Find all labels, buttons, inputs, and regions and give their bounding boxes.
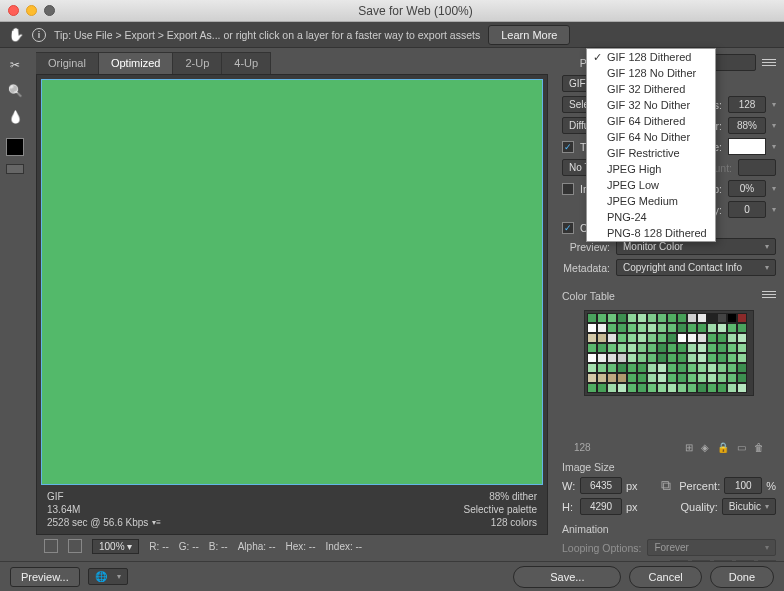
color-swatch-cell[interactable] (657, 313, 667, 323)
preset-option[interactable]: GIF 32 No Dither (587, 97, 715, 113)
color-swatch-cell[interactable] (687, 383, 697, 393)
color-swatch-cell[interactable] (667, 373, 677, 383)
color-swatch-cell[interactable] (667, 313, 677, 323)
quality-select[interactable]: Bicubic (722, 498, 776, 515)
tab-original[interactable]: Original (36, 52, 99, 74)
color-swatch-cell[interactable] (727, 383, 737, 393)
color-swatch-cell[interactable] (697, 353, 707, 363)
color-swatch-cell[interactable] (727, 323, 737, 333)
color-swatch-cell[interactable] (647, 333, 657, 343)
color-swatch-cell[interactable] (647, 323, 657, 333)
color-swatch-cell[interactable] (677, 353, 687, 363)
lossy-stepper-icon[interactable]: ▾ (772, 205, 776, 214)
color-swatch-cell[interactable] (667, 353, 677, 363)
color-swatch-cell[interactable] (727, 353, 737, 363)
color-swatch-cell[interactable] (717, 353, 727, 363)
color-swatch-cell[interactable] (677, 383, 687, 393)
preset-option[interactable]: GIF 128 Dithered (587, 49, 715, 65)
color-swatch-cell[interactable] (697, 373, 707, 383)
hand-tool-icon[interactable] (8, 27, 24, 43)
color-swatch-cell[interactable] (587, 363, 597, 373)
save-button[interactable]: Save... (513, 566, 621, 588)
color-swatch-cell[interactable] (697, 383, 707, 393)
color-swatch-cell[interactable] (617, 363, 627, 373)
color-swatch-cell[interactable] (687, 313, 697, 323)
color-swatch-cell[interactable] (677, 363, 687, 373)
color-swatch-cell[interactable] (687, 323, 697, 333)
learn-more-button[interactable]: Learn More (488, 25, 570, 45)
preset-option[interactable]: GIF Restrictive (587, 145, 715, 161)
color-swatch-cell[interactable] (717, 373, 727, 383)
color-swatch-cell[interactable] (657, 333, 667, 343)
color-swatch-cell[interactable] (617, 383, 627, 393)
metadata-select[interactable]: Copyright and Contact Info (616, 259, 776, 276)
color-swatch-cell[interactable] (717, 363, 727, 373)
color-swatch-cell[interactable] (637, 343, 647, 353)
color-swatch-cell[interactable] (697, 363, 707, 373)
color-swatch-cell[interactable] (637, 353, 647, 363)
preset-option[interactable]: JPEG Low (587, 177, 715, 193)
color-swatch-cell[interactable] (627, 353, 637, 363)
color-swatch-cell[interactable] (727, 363, 737, 373)
preview-button[interactable]: Preview... (10, 567, 80, 587)
ct-map-icon[interactable]: ◈ (701, 442, 709, 453)
timing-menu-icon[interactable]: ▾≡ (152, 518, 161, 527)
convert-srgb-checkbox[interactable] (562, 222, 574, 234)
color-swatch-cell[interactable] (667, 343, 677, 353)
color-swatch-cell[interactable] (687, 373, 697, 383)
status-square-2[interactable] (68, 539, 82, 553)
close-window-icon[interactable] (8, 5, 19, 16)
color-swatch-cell[interactable] (597, 313, 607, 323)
color-swatch-cell[interactable] (717, 333, 727, 343)
color-swatch-cell[interactable] (697, 313, 707, 323)
cancel-button[interactable]: Cancel (629, 566, 701, 588)
tab-4up[interactable]: 4-Up (222, 52, 271, 74)
color-swatch-cell[interactable] (627, 333, 637, 343)
color-swatch-cell[interactable] (647, 363, 657, 373)
color-swatch-cell[interactable] (647, 313, 657, 323)
color-swatch-cell[interactable] (677, 373, 687, 383)
preset-option[interactable]: JPEG High (587, 161, 715, 177)
color-swatch-cell[interactable] (737, 313, 747, 323)
zoom-select[interactable]: 100% ▾ (92, 539, 139, 554)
color-swatch-cell[interactable] (607, 373, 617, 383)
color-swatch-cell[interactable] (627, 363, 637, 373)
slice-tool-icon[interactable] (4, 54, 26, 76)
color-swatch-cell[interactable] (707, 363, 717, 373)
color-swatch-cell[interactable] (597, 363, 607, 373)
color-swatch-cell[interactable] (707, 383, 717, 393)
preset-flyout-icon[interactable] (762, 59, 776, 66)
color-swatch-cell[interactable] (617, 353, 627, 363)
color-swatch-cell[interactable] (737, 343, 747, 353)
eyedropper-tool-icon[interactable] (4, 106, 26, 128)
color-swatch-cell[interactable] (617, 373, 627, 383)
color-swatch-cell[interactable] (657, 363, 667, 373)
color-swatch-cell[interactable] (667, 363, 677, 373)
color-swatch-cell[interactable] (657, 323, 667, 333)
color-swatch-cell[interactable] (657, 383, 667, 393)
eyedropper-color-swatch[interactable] (6, 138, 24, 156)
color-swatch-cell[interactable] (737, 323, 747, 333)
color-swatch-cell[interactable] (607, 363, 617, 373)
color-swatch-cell[interactable] (737, 373, 747, 383)
color-swatch-cell[interactable] (607, 343, 617, 353)
color-swatch-cell[interactable] (737, 383, 747, 393)
preset-option[interactable]: PNG-8 128 Dithered (587, 225, 715, 241)
color-swatch-cell[interactable] (597, 323, 607, 333)
height-input[interactable]: 4290 (580, 498, 622, 515)
color-swatch-cell[interactable] (707, 343, 717, 353)
color-table[interactable] (584, 310, 754, 396)
color-swatch-cell[interactable] (677, 313, 687, 323)
matte-color-swatch[interactable] (728, 138, 766, 155)
color-swatch-cell[interactable] (607, 383, 617, 393)
color-swatch-cell[interactable] (637, 333, 647, 343)
color-swatch-cell[interactable] (717, 323, 727, 333)
color-swatch-cell[interactable] (737, 353, 747, 363)
color-swatch-cell[interactable] (607, 313, 617, 323)
color-swatch-cell[interactable] (597, 353, 607, 363)
color-swatch-cell[interactable] (667, 323, 677, 333)
color-swatch-cell[interactable] (707, 323, 717, 333)
color-swatch-cell[interactable] (647, 383, 657, 393)
color-swatch-cell[interactable] (657, 353, 667, 363)
color-swatch-cell[interactable] (627, 323, 637, 333)
